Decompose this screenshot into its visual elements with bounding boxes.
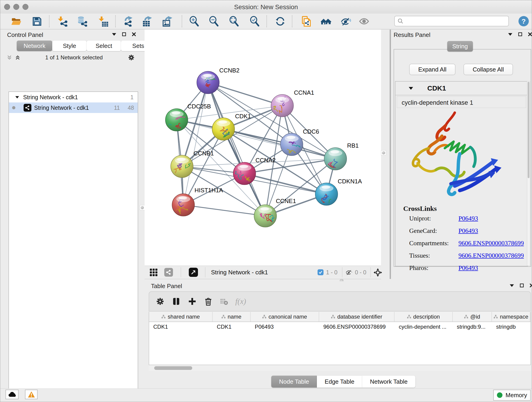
collapse-all-button[interactable]: Collapse All — [463, 64, 513, 75]
zoom-out-button[interactable] — [207, 15, 220, 28]
results-scrollbar-thumb[interactable] — [528, 82, 530, 178]
close-panel-icon[interactable] — [132, 32, 136, 36]
share-document-button[interactable] — [300, 15, 313, 28]
maximize-panel-icon[interactable] — [520, 283, 524, 287]
show-columns-icon[interactable] — [172, 297, 181, 306]
export-network-file-button[interactable] — [122, 15, 134, 28]
results-scrollbar[interactable] — [527, 81, 530, 266]
network-node-CCNB1[interactable] — [171, 155, 196, 178]
column-header-canonical-name[interactable]: canonical name — [251, 312, 319, 322]
zoom-selected-button[interactable] — [248, 15, 261, 28]
column-header-id[interactable]: @id — [453, 312, 492, 322]
column-header-database-identifier[interactable]: database identifier — [319, 312, 394, 322]
memory-button[interactable]: Memory — [493, 390, 531, 401]
network-node-CCNB2[interactable] — [197, 71, 219, 94]
create-column-plus-icon[interactable] — [188, 297, 197, 306]
float-panel-icon[interactable] — [510, 284, 514, 287]
import-table-button[interactable] — [97, 15, 110, 28]
expand-all-chevrons-icon[interactable] — [7, 55, 12, 60]
section-caret-icon[interactable] — [409, 87, 413, 90]
tab-style[interactable]: Style — [52, 41, 87, 51]
warning-status-button[interactable] — [25, 390, 38, 399]
table-hscrollbar-thumb[interactable] — [154, 366, 192, 370]
maximize-panel-icon[interactable] — [122, 32, 126, 36]
cell-description[interactable]: cyclin-dependent ... — [394, 322, 452, 332]
delete-column-trash-icon[interactable] — [204, 297, 213, 306]
table-row[interactable]: CDK1CDK1P064939606.ENSP00000378699cyclin… — [149, 322, 530, 332]
birdseye-view-icon[interactable] — [150, 268, 158, 277]
table-hscrollbar[interactable] — [149, 365, 531, 371]
cell-id[interactable]: stringdb:9... — [453, 322, 492, 332]
network-node-CCNA1[interactable] — [271, 95, 293, 117]
maximize-panel-icon[interactable] — [518, 32, 522, 36]
show-panel-button[interactable] — [358, 15, 370, 28]
close-panel-icon[interactable] — [530, 283, 532, 287]
genecard-link[interactable]: P06493 — [458, 227, 478, 235]
save-session-button[interactable] — [31, 15, 43, 28]
tab-network[interactable]: Network — [17, 41, 52, 51]
zoom-in-button[interactable] — [188, 15, 201, 28]
cell-namespace[interactable]: stringdb — [492, 322, 530, 332]
tab-select[interactable]: Select — [87, 41, 121, 51]
detach-view-button[interactable] — [189, 268, 198, 277]
string-home-button[interactable] — [320, 15, 332, 28]
column-header-shared-name[interactable]: shared name — [149, 312, 213, 322]
network-node-CDKN1A[interactable] — [315, 183, 338, 212]
network-node-CDK1[interactable] — [212, 118, 234, 140]
right-splitter-handle[interactable] — [381, 150, 386, 155]
pharos-link[interactable]: P06493 — [458, 264, 478, 272]
collapse-all-chevrons-icon[interactable] — [15, 55, 20, 60]
protein-section-header[interactable]: CDK1 — [395, 82, 527, 95]
hidden-eye-slash-icon[interactable] — [345, 269, 353, 276]
tree-caret-icon[interactable] — [15, 96, 19, 99]
close-panel-icon[interactable] — [528, 32, 532, 36]
expand-all-button[interactable]: Expand All — [409, 64, 456, 75]
network-node-CCNA2[interactable] — [233, 162, 256, 185]
tissues-link[interactable]: 9606.ENSP00000378699 — [458, 252, 524, 259]
network-canvas[interactable]: CCNB2CCNA1CDC25BCDK1CDC6RB1CCNB1CCNA2CDK… — [145, 30, 381, 266]
float-panel-icon[interactable] — [508, 33, 512, 36]
column-header-description[interactable]: description — [394, 312, 452, 322]
table-settings-gear-icon[interactable] — [156, 297, 165, 306]
hide-panel-button[interactable] — [339, 15, 352, 28]
tab-network-table[interactable]: Network Table — [362, 376, 415, 388]
uniprot-link[interactable]: P06493 — [458, 215, 478, 222]
column-header-namespace[interactable]: namespace — [492, 312, 530, 322]
cell-database-identifier[interactable]: 9606.ENSP00000378699 — [319, 322, 394, 332]
network-edge-CCNB2-HIST1H1A[interactable] — [183, 83, 208, 205]
gear-icon[interactable] — [128, 54, 135, 61]
export-table-button[interactable] — [141, 15, 154, 28]
tab-node-table[interactable]: Node Table — [271, 376, 317, 388]
network-node-HIST1H1A[interactable] — [172, 194, 195, 216]
network-edge-CCNB2-CCNE1[interactable] — [208, 83, 265, 216]
import-network-database-button[interactable] — [76, 15, 89, 28]
left-splitter-handle[interactable] — [140, 205, 145, 210]
selected-checkbox[interactable] — [317, 269, 323, 275]
cloud-status-button[interactable] — [6, 390, 19, 399]
network-overview-toggle[interactable] — [164, 268, 173, 277]
network-node-CDC6[interactable] — [280, 133, 303, 156]
network-graph[interactable]: CCNB2CCNA1CDC25BCDK1CDC6RB1CCNB1CCNA2CDK… — [145, 30, 381, 266]
network-edge-CCNB2-CCNA1[interactable] — [208, 83, 282, 106]
search-input[interactable] — [406, 18, 506, 25]
compartments-link[interactable]: 9606.ENSP00000378699 — [458, 240, 524, 247]
tab-edge-table[interactable]: Edge Table — [317, 376, 362, 388]
help-button[interactable]: ? — [519, 16, 529, 26]
column-header-name[interactable]: name — [213, 312, 251, 322]
zoom-fit-button[interactable] — [228, 15, 240, 28]
center-view-icon[interactable] — [373, 268, 382, 277]
network-node-RB1[interactable] — [324, 148, 347, 172]
network-node-CDC25B[interactable] — [164, 109, 188, 133]
cell-shared-name[interactable]: CDK1 — [149, 322, 213, 332]
network-collection-row[interactable]: String Network - cdk1 1 — [9, 92, 138, 102]
network-node-CCNE1[interactable] — [254, 205, 277, 227]
cell-canonical-name[interactable]: P06493 — [251, 322, 319, 332]
import-network-file-button[interactable] — [56, 15, 69, 28]
network-edge-HIST1H1A-CCNE1[interactable] — [183, 205, 265, 216]
tab-string[interactable]: String — [447, 41, 473, 51]
float-panel-icon[interactable] — [112, 33, 116, 36]
open-session-button[interactable] — [10, 15, 23, 28]
network-row-selected[interactable]: String Network - cdk1 11 48 — [9, 102, 138, 113]
refresh-view-button[interactable] — [274, 15, 287, 28]
cell-name[interactable]: CDK1 — [213, 322, 251, 332]
